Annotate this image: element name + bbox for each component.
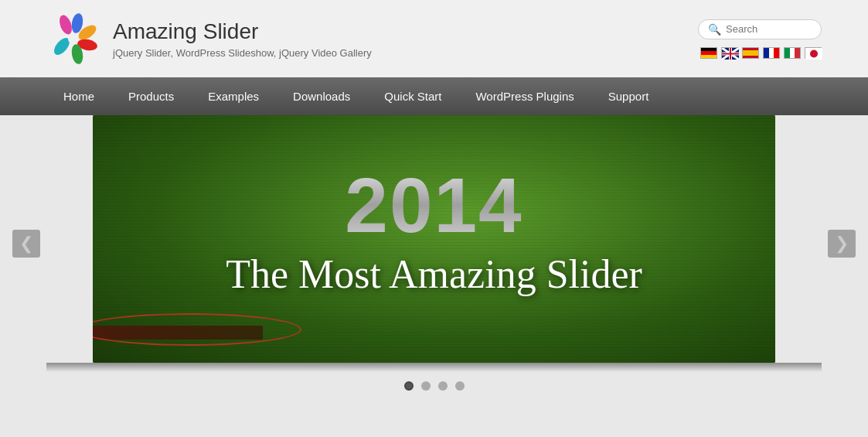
slider-dot-1[interactable]	[404, 381, 414, 391]
nav-item-examples[interactable]: Examples	[191, 77, 276, 115]
site-tagline: jQuery Slider, WordPress Slideshow, jQue…	[113, 47, 372, 59]
slider-next-button[interactable]: ❯	[828, 230, 856, 258]
slider-prev-button[interactable]: ❮	[12, 230, 40, 258]
flag-es[interactable]	[742, 47, 759, 59]
svg-point-6	[68, 33, 79, 44]
slider-dot-4[interactable]	[455, 381, 465, 391]
slider-dot-2[interactable]	[421, 381, 431, 391]
flag-fr[interactable]	[763, 47, 780, 59]
nav-item-downloads[interactable]: Downloads	[276, 77, 367, 115]
nav-item-support[interactable]: Support	[591, 77, 666, 115]
nav-link-support[interactable]: Support	[591, 77, 666, 115]
flags-container	[700, 47, 822, 59]
nav-item-home[interactable]: Home	[46, 77, 111, 115]
nav-link-wordpress[interactable]: WordPress Plugins	[458, 77, 591, 115]
nav-list: Home Products Examples Downloads Quick S…	[46, 77, 822, 115]
nav-item-products[interactable]: Products	[111, 77, 191, 115]
slide-year: 2014	[345, 166, 523, 244]
nav-link-quickstart[interactable]: Quick Start	[367, 77, 458, 115]
nav-item-wordpress[interactable]: WordPress Plugins	[458, 77, 591, 115]
flag-uk[interactable]	[721, 47, 738, 59]
slider-dots	[46, 372, 822, 394]
slider-shadow	[46, 363, 822, 372]
nav-link-home[interactable]: Home	[46, 77, 111, 115]
nav-link-downloads[interactable]: Downloads	[276, 77, 367, 115]
header-text: Amazing Slider jQuery Slider, WordPress …	[113, 19, 372, 59]
slider-content: 2014 The Most Amazing Slider	[93, 115, 775, 363]
slide-title: The Most Amazing Slider	[226, 251, 642, 297]
site-title: Amazing Slider	[113, 19, 372, 44]
site-logo[interactable]	[46, 12, 100, 66]
header-left: Amazing Slider jQuery Slider, WordPress …	[46, 12, 372, 66]
slider-container: 2014 The Most Amazing Slider	[93, 115, 775, 363]
flag-jp[interactable]	[805, 47, 822, 59]
main-nav: Home Products Examples Downloads Quick S…	[0, 77, 868, 115]
svg-point-0	[57, 13, 74, 36]
search-icon: 🔍	[708, 23, 721, 36]
nav-link-examples[interactable]: Examples	[191, 77, 276, 115]
nav-link-products[interactable]: Products	[111, 77, 191, 115]
site-header: Amazing Slider jQuery Slider, WordPress …	[0, 0, 868, 77]
nav-item-quickstart[interactable]: Quick Start	[367, 77, 458, 115]
flag-it[interactable]	[784, 47, 801, 59]
slider-outer: ❮ 2014 The Most Amazing Slider ❯	[46, 115, 822, 372]
slider-dot-3[interactable]	[438, 381, 448, 391]
search-input[interactable]	[726, 23, 812, 35]
flag-de[interactable]	[700, 47, 717, 59]
svg-point-15	[810, 50, 818, 57]
search-box[interactable]: 🔍	[698, 19, 822, 39]
header-right: 🔍	[698, 19, 822, 59]
